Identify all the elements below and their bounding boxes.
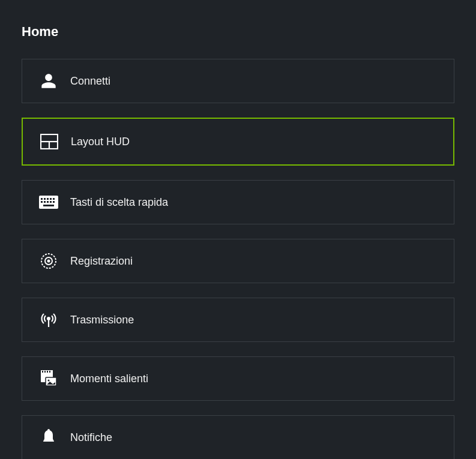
svg-rect-12	[50, 201, 52, 203]
svg-rect-11	[47, 201, 49, 203]
svg-rect-24	[47, 371, 48, 373]
svg-rect-9	[41, 201, 43, 203]
menu-list: Connetti Layout HUD	[22, 59, 454, 459]
menu-item-keyboard-shortcuts[interactable]: Tasti di scelta rapida	[22, 180, 454, 224]
menu-item-label: Notifiche	[70, 431, 112, 444]
svg-point-27	[48, 380, 50, 382]
svg-rect-8	[53, 198, 55, 200]
bell-icon	[39, 428, 58, 447]
menu-item-broadcast[interactable]: Trasmissione	[22, 298, 454, 342]
svg-rect-10	[44, 201, 46, 203]
highlights-icon	[39, 369, 58, 388]
menu-item-recordings[interactable]: Registrazioni	[22, 239, 454, 283]
svg-point-18	[47, 317, 50, 320]
menu-item-label: Tasti di scelta rapida	[70, 196, 168, 209]
svg-rect-13	[53, 201, 55, 203]
svg-point-28	[47, 429, 50, 431]
menu-item-connect[interactable]: Connetti	[22, 59, 454, 103]
record-icon	[39, 251, 58, 271]
menu-item-label: Layout HUD	[71, 136, 130, 148]
menu-item-label: Connetti	[70, 75, 110, 88]
menu-item-label: Registrazioni	[70, 255, 133, 268]
layout-icon	[40, 132, 59, 151]
broadcast-icon	[39, 310, 58, 329]
menu-item-label: Momenti salienti	[70, 373, 148, 385]
page-title: Home	[22, 24, 454, 40]
svg-rect-14	[43, 205, 54, 206]
menu-item-notifications[interactable]: Notifiche	[22, 415, 454, 459]
svg-rect-7	[50, 198, 52, 200]
svg-rect-25	[49, 371, 50, 373]
person-icon	[39, 71, 58, 91]
menu-item-highlights[interactable]: Momenti salienti	[22, 356, 454, 401]
svg-rect-4	[41, 198, 43, 200]
menu-item-label: Trasmissione	[70, 314, 134, 326]
svg-rect-5	[44, 198, 46, 200]
menu-item-layout-hud[interactable]: Layout HUD	[22, 118, 454, 166]
svg-point-17	[47, 260, 50, 263]
svg-rect-22	[42, 371, 43, 373]
svg-rect-6	[47, 198, 49, 200]
svg-rect-23	[44, 371, 46, 373]
keyboard-icon	[39, 193, 58, 212]
